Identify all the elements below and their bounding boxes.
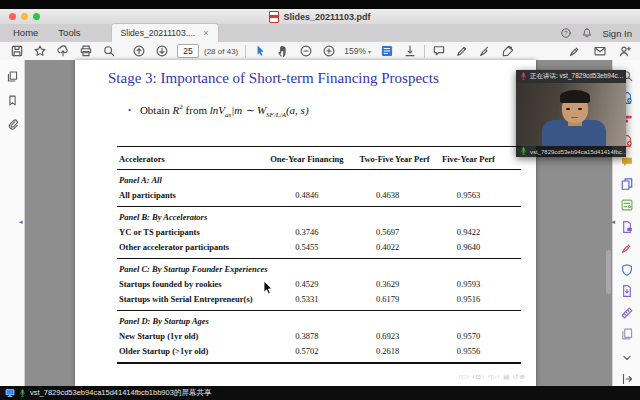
row-value: 0.9640: [416, 239, 521, 254]
attachments-icon[interactable]: [6, 118, 19, 131]
table-row: Startups founded by rookies0.45290.36290…: [117, 276, 521, 291]
zoom-level-control[interactable]: 159% ▾: [344, 46, 371, 56]
panel-heading: Panel B: By Accelerators: [117, 208, 521, 224]
row-value: 0.9563: [416, 187, 521, 202]
tab-home[interactable]: Home: [3, 24, 48, 42]
close-tab-icon[interactable]: ×: [203, 28, 208, 38]
zoom-caret-icon: ▾: [368, 48, 371, 55]
print-icon[interactable]: [79, 44, 93, 58]
tabbar-right: ? Sign In: [560, 24, 632, 42]
window-titlebar: Slides_20211103.pdf: [0, 9, 640, 25]
comment-icon[interactable]: [432, 44, 446, 58]
prepare-form-icon[interactable]: [620, 198, 634, 212]
page-thumbnails-icon[interactable]: [6, 70, 19, 83]
row-value: 0.5697: [359, 224, 416, 239]
screen-share-monitor-icon: [5, 388, 15, 398]
row-label: Startups with Serial Entrepreneur(s): [117, 291, 254, 306]
tab-tools[interactable]: Tools: [48, 24, 90, 42]
vertical-scrollbar[interactable]: [606, 250, 611, 294]
row-label: Older Startup (>1yr old): [117, 343, 254, 358]
row-value: 0.9570: [416, 328, 521, 343]
table-row: Older Startup (>1yr old)0.57020.26180.95…: [117, 343, 521, 358]
fill-and-sign-icon[interactable]: [620, 241, 634, 255]
row-label: Other accelerator participants: [117, 239, 254, 254]
panel-heading: Panel C: By Startup Founder Experiences: [117, 260, 521, 276]
window-title: Slides_20211103.pdf: [283, 12, 370, 22]
zoom-in-icon[interactable]: [322, 44, 336, 58]
add-person-icon[interactable]: [618, 44, 632, 58]
search-icon[interactable]: [102, 44, 116, 58]
combine-files-icon[interactable]: [620, 177, 634, 191]
row-value: 0.3629: [359, 276, 416, 291]
page-number-input[interactable]: [177, 44, 199, 58]
page-view-icon[interactable]: [380, 44, 394, 58]
star-icon[interactable]: [33, 44, 47, 58]
svg-text:?: ?: [565, 30, 569, 36]
stamp-icon[interactable]: [501, 44, 515, 58]
zoom-out-icon[interactable]: [299, 44, 313, 58]
page-down-icon[interactable]: [155, 44, 169, 58]
collapse-right-panel-icon[interactable]: ◂: [611, 218, 615, 225]
table-panel: Panel C: By Startup Founder ExperiencesS…: [117, 259, 521, 311]
participant-video: [516, 83, 626, 146]
row-value: One-Year Financing: [254, 151, 359, 166]
fill-and-sign-icon[interactable]: [568, 44, 582, 58]
table-row: YC or TS participants0.37460.56970.9422: [117, 224, 521, 239]
email-icon[interactable]: [593, 44, 607, 58]
row-value: 0.4022: [359, 239, 416, 254]
row-label: Startups founded by rookies: [117, 276, 254, 291]
help-icon[interactable]: ?: [560, 27, 572, 39]
row-value: 0.9556: [416, 343, 521, 358]
mouse-cursor: [263, 281, 275, 300]
sign-pen-icon[interactable]: [478, 44, 492, 58]
pdf-page: Stage 3: Importance of Short-term Financ…: [75, 60, 536, 386]
tab-document[interactable]: Slides_20211103.... ×: [111, 23, 219, 42]
row-value: 0.9593: [416, 276, 521, 291]
row-value: 0.4846: [254, 187, 359, 202]
slide-title: Stage 3: Importance of Short-term Financ…: [108, 70, 528, 87]
participant-name: vst_7829cd53eb94ca15d41414fbc...: [530, 149, 626, 155]
table-header-row: AcceleratorsOne-Year FinancingTwo-Five Y…: [117, 147, 521, 170]
bullet-icon: •: [128, 105, 131, 115]
row-label: Accelerators: [117, 151, 254, 166]
page-up-icon[interactable]: [132, 44, 146, 58]
save-icon[interactable]: [10, 44, 24, 58]
table-row: Startups with Serial Entrepreneur(s)0.53…: [117, 291, 521, 306]
send-for-comments-icon[interactable]: [620, 220, 634, 234]
participant-hair: [560, 90, 590, 103]
scroll-mode-icon[interactable]: [403, 44, 417, 58]
row-value: Five-Year Perf: [416, 151, 521, 166]
bookmarks-icon[interactable]: [6, 94, 19, 107]
more-tools-icon[interactable]: [620, 327, 634, 341]
video-overlay-header: 正在讲话: vst_7829cd53eb94c...: [516, 70, 626, 83]
row-label: YC or TS participants: [117, 224, 254, 239]
beamer-navigation-icons[interactable]: ‹□› ‹⊡› ‹▷› ▤ ↺⊕: [458, 373, 526, 381]
table-row: Other accelerator participants0.54550.40…: [117, 239, 521, 254]
screen-share-mic-icon: [19, 389, 26, 398]
comment-tool-icon[interactable]: [620, 155, 634, 169]
tab-document-label: Slides_20211103....: [121, 28, 196, 38]
share-cloud-icon[interactable]: [56, 44, 70, 58]
collapse-left-panel-icon[interactable]: ◂: [19, 218, 23, 225]
protect-pdf-icon[interactable]: [620, 263, 634, 277]
more-rail-tools-chevron-icon[interactable]: [620, 351, 634, 365]
sign-in-button[interactable]: Sign In: [602, 28, 632, 39]
row-value: 0.6179: [359, 291, 416, 306]
select-icon[interactable]: [253, 44, 267, 58]
table-panel: Panel D: By Startup AgesNew Startup (1yr…: [117, 311, 521, 362]
table-panel: Panel A: AllAll participants0.48460.4638…: [117, 170, 521, 207]
table-row: New Startup (1yr old)0.38780.69230.9570: [117, 328, 521, 343]
measure-icon[interactable]: [620, 306, 634, 320]
row-value: Two-Five Year Perf: [359, 151, 416, 166]
video-overlay-footer: vst_7829cd53eb94ca15d41414fbc...: [516, 146, 626, 157]
notifications-bell-icon[interactable]: [581, 27, 593, 39]
speaking-mic-icon: [520, 72, 527, 81]
row-value: 0.5702: [254, 343, 359, 358]
pdf-file-icon: [269, 11, 279, 23]
video-call-overlay[interactable]: 正在讲话: vst_7829cd53eb94c... vst_7829cd53e…: [516, 70, 626, 157]
compress-pdf-icon[interactable]: [620, 284, 634, 298]
highlight-icon[interactable]: [455, 44, 469, 58]
open-panel-icon[interactable]: [620, 372, 634, 386]
hand-icon[interactable]: [276, 44, 290, 58]
row-value: 0.9516: [416, 291, 521, 306]
